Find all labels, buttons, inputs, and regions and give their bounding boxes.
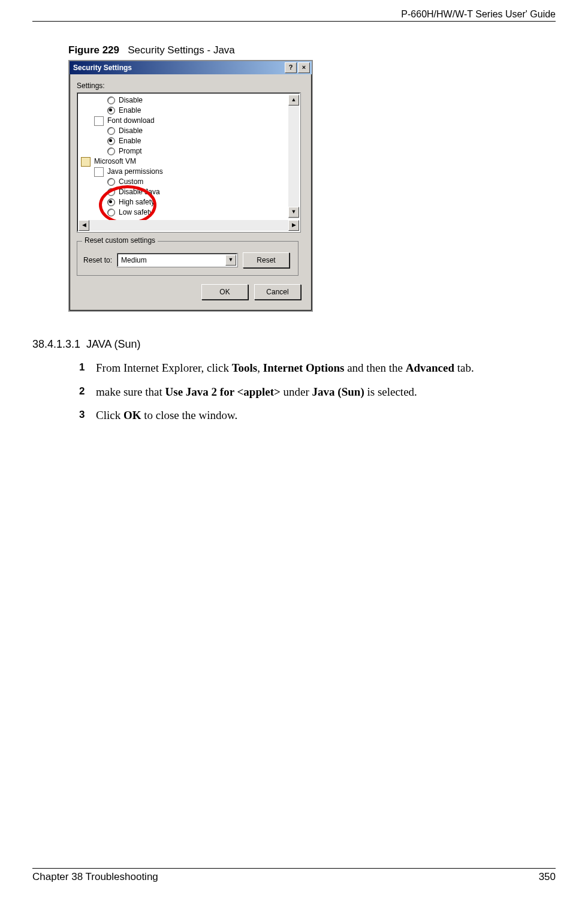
folder-icon (81, 157, 91, 167)
step-number: 2 (79, 385, 85, 399)
radio-disable-java[interactable]: Disable Java (81, 187, 286, 197)
radio-label: Disable Java (119, 187, 160, 197)
step-number: 3 (79, 408, 85, 422)
radio-high-safety[interactable]: High safety (81, 197, 286, 207)
tree-label: Java permissions (107, 167, 163, 177)
scroll-up-icon[interactable]: ▲ (288, 95, 299, 106)
radio-label: High safety (119, 197, 155, 207)
tree-label: Microsoft VM (94, 156, 136, 167)
radio-enable-1[interactable]: Enable (81, 106, 286, 116)
doc-icon (94, 167, 104, 177)
step-1: 1 From Internet Explorer, click Tools, I… (96, 360, 556, 376)
scroll-left-icon[interactable]: ◀ (79, 220, 89, 231)
radio-label: Prompt (119, 146, 142, 156)
section-heading: 38.4.1.3.1 JAVA (Sun) (32, 338, 556, 351)
reset-groupbox: Reset custom settings Reset to: Medium ▼… (77, 241, 298, 276)
radio-prompt[interactable]: Prompt (81, 146, 286, 156)
scroll-down-icon[interactable]: ▼ (288, 207, 299, 218)
reset-to-combo[interactable]: Medium ▼ (117, 253, 238, 267)
tree-label: Font download (107, 116, 155, 126)
download-icon (94, 116, 104, 126)
step-3: 3 Click OK to close the window. (96, 408, 556, 423)
radio-label: Custom (119, 177, 143, 187)
security-settings-dialog: Security Settings ? × Settings: Disable … (68, 60, 313, 312)
radio-medium-safety[interactable]: Medium safety (81, 218, 286, 219)
figure-caption: Figure 229 Security Settings - Java (68, 44, 556, 56)
radio-custom[interactable]: Custom (81, 177, 286, 187)
dialog-titlebar: Security Settings ? × (70, 61, 312, 74)
section-number: 38.4.1.3.1 (32, 338, 80, 350)
radio-label: Enable (119, 136, 141, 146)
running-header: P-660H/HW/W-T Series User' Guide (401, 9, 556, 20)
section-title: JAVA (Sun) (86, 338, 140, 350)
radio-label: Medium safety (119, 218, 165, 219)
radio-label: Enable (119, 106, 141, 116)
microsoft-vm-node: Microsoft VM (81, 156, 286, 167)
radio-label: Disable (119, 95, 143, 106)
cancel-button[interactable]: Cancel (254, 284, 301, 300)
scroll-right-icon[interactable]: ▶ (288, 220, 299, 231)
figure-label: Figure 229 (68, 44, 119, 56)
reset-to-label: Reset to: (83, 256, 112, 264)
reset-to-value: Medium (121, 256, 147, 264)
step-number: 1 (79, 361, 85, 375)
close-icon[interactable]: × (298, 62, 310, 73)
vertical-scrollbar[interactable]: ▲ ▼ (288, 94, 299, 219)
page-footer: Chapter 38 Troubleshooting 350 (32, 868, 556, 883)
radio-label: Disable (119, 126, 143, 136)
font-download-node: Font download (81, 116, 286, 126)
radio-enable-2[interactable]: Enable (81, 136, 286, 146)
reset-group-title: Reset custom settings (82, 236, 158, 245)
radio-disable-1[interactable]: Disable (81, 95, 286, 106)
reset-button[interactable]: Reset (243, 252, 290, 268)
step-list: 1 From Internet Explorer, click Tools, I… (32, 360, 556, 423)
radio-label: Low safety (119, 207, 153, 218)
settings-label: Settings: (77, 82, 304, 90)
horizontal-scrollbar[interactable]: ◀ ▶ (79, 220, 299, 231)
radio-disable-2[interactable]: Disable (81, 126, 286, 136)
ok-button[interactable]: OK (201, 284, 248, 300)
java-permissions-node: Java permissions (81, 167, 286, 177)
chevron-down-icon[interactable]: ▼ (225, 255, 236, 266)
settings-tree[interactable]: Disable Enable Font download Disable Ena… (77, 92, 301, 233)
step-2: 2 make sure that Use Java 2 for <applet>… (96, 384, 556, 400)
radio-low-safety[interactable]: Low safety (81, 207, 286, 218)
dialog-title: Security Settings (73, 64, 132, 72)
figure-caption-text: Security Settings - Java (128, 44, 235, 56)
help-icon[interactable]: ? (285, 62, 297, 73)
footer-page-number: 350 (539, 871, 556, 883)
footer-chapter: Chapter 38 Troubleshooting (32, 871, 158, 883)
